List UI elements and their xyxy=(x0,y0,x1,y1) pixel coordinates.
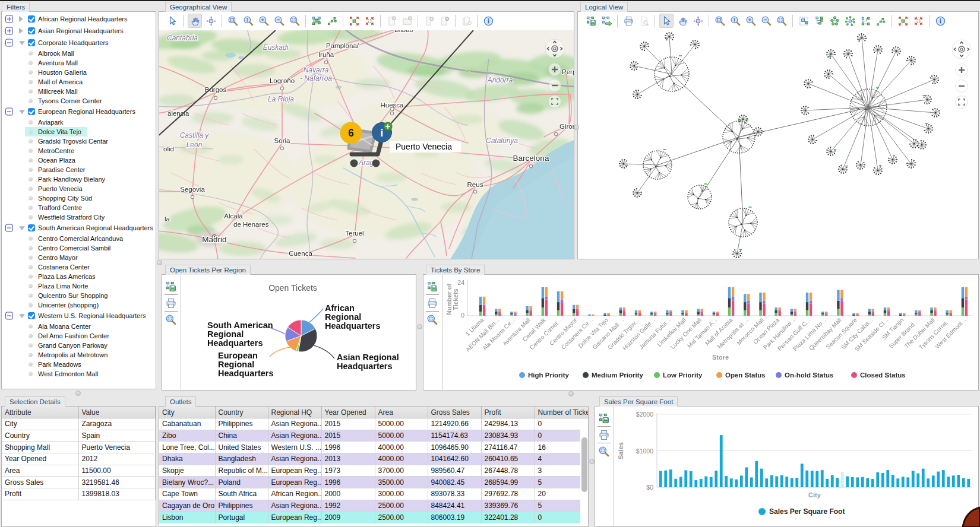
table-row[interactable]: Area11500.00 xyxy=(2,465,156,477)
tickets-bar-segment[interactable] xyxy=(619,313,622,316)
sales-bar[interactable] xyxy=(745,467,748,487)
tickets-bar-segment[interactable] xyxy=(744,302,746,310)
layout-organic-icon[interactable] xyxy=(828,14,841,27)
tickets-bar-segment[interactable] xyxy=(821,315,824,316)
table-row[interactable]: Shopping MallPuerto Venecia xyxy=(2,442,156,453)
tree-item-african-regional-headquarters[interactable]: African Regional Headquarters xyxy=(2,13,156,25)
tickets-bar-segment[interactable] xyxy=(962,307,964,316)
sales-bar[interactable] xyxy=(902,477,905,487)
tickets-bar-segment[interactable] xyxy=(899,315,902,316)
sales-bar[interactable] xyxy=(725,476,728,487)
tickets-bar-segment[interactable] xyxy=(654,312,656,313)
tickets-bar-segment[interactable] xyxy=(510,312,513,313)
tickets-bar-segment[interactable] xyxy=(728,307,731,316)
tickets-bar-segment[interactable] xyxy=(654,313,656,314)
zoom-in-button[interactable] xyxy=(956,64,968,77)
sales-bar[interactable] xyxy=(720,435,723,487)
tickets-bar-segment[interactable] xyxy=(576,305,578,309)
cursor-icon[interactable] xyxy=(166,14,179,27)
tickets-bar-segment[interactable] xyxy=(810,303,812,316)
tickets-bar-segment[interactable] xyxy=(946,313,949,314)
table-row[interactable]: Gross Sales3219581.46 xyxy=(2,477,156,488)
network-icon[interactable] xyxy=(310,14,323,27)
sales-bar[interactable] xyxy=(805,471,808,487)
tab-geographical-view[interactable]: Geographical View xyxy=(165,2,232,12)
table-row[interactable]: Profit1399818.03 xyxy=(2,488,156,500)
tickets-bar-segment[interactable] xyxy=(557,302,559,310)
splitter-handle[interactable] xyxy=(568,391,574,396)
tickets-bar-segment[interactable] xyxy=(514,313,516,314)
tickets-bar-segment[interactable] xyxy=(872,312,874,313)
tickets-bar-segment[interactable] xyxy=(763,303,765,316)
sales-bar[interactable] xyxy=(856,477,859,487)
zoom-fit2-icon[interactable] xyxy=(598,446,610,458)
collapse-toggle[interactable] xyxy=(5,39,13,47)
doc-plus-icon[interactable] xyxy=(422,14,435,27)
tickets-bar-segment[interactable] xyxy=(716,312,719,313)
doc-minus-icon[interactable] xyxy=(438,14,451,27)
tickets-bar-segment[interactable] xyxy=(774,310,777,313)
tickets-bar-segment[interactable] xyxy=(747,301,750,304)
tickets-bar-segment[interactable] xyxy=(681,315,684,316)
tree-item-park-handlowy-bielany[interactable]: Park Handlowy Bielany xyxy=(2,174,156,184)
tickets-bar-segment[interactable] xyxy=(495,312,497,315)
tickets-bar-segment[interactable] xyxy=(666,313,668,314)
tickets-bar-segment[interactable] xyxy=(884,313,886,316)
tree-item-metrocentre[interactable]: MetroCentre xyxy=(2,146,156,155)
tickets-bar-segment[interactable] xyxy=(884,310,886,313)
tickets-bar-segment[interactable] xyxy=(561,300,563,303)
tab-filters[interactable]: Filters xyxy=(2,2,30,12)
tickets-bar-segment[interactable] xyxy=(806,302,808,310)
sales-bar[interactable] xyxy=(780,475,783,487)
sales-bar[interactable] xyxy=(866,478,869,487)
tickets-bar-segment[interactable] xyxy=(681,310,684,313)
tickets-bar-segment[interactable] xyxy=(542,287,544,298)
tickets-bar-segment[interactable] xyxy=(557,291,559,302)
tickets-bar-segment[interactable] xyxy=(837,301,839,309)
tickets-bar-segment[interactable] xyxy=(763,293,765,301)
collapse-toggle[interactable] xyxy=(5,224,13,232)
tickets-bar-segment[interactable] xyxy=(495,315,497,316)
tickets-bar-segment[interactable] xyxy=(778,307,780,310)
sales-bar[interactable] xyxy=(735,480,738,487)
tickets-bar-segment[interactable] xyxy=(713,312,715,313)
sales-bar[interactable] xyxy=(896,478,899,487)
tree-item-unicenter-shopping-[interactable]: Unicenter (shopping) xyxy=(2,300,156,310)
sales-bar[interactable] xyxy=(659,471,662,487)
tickets-bar-segment[interactable] xyxy=(479,297,482,305)
tickets-bar-segment[interactable] xyxy=(545,297,548,300)
tickets-bar-segment[interactable] xyxy=(759,310,761,316)
tickets-bar-segment[interactable] xyxy=(868,309,871,312)
tickets-bar-segment[interactable] xyxy=(794,313,796,316)
tickets-bar-segment[interactable] xyxy=(701,309,703,312)
sales-bar[interactable] xyxy=(942,470,945,487)
sales-bar[interactable] xyxy=(846,477,849,487)
tickets-bar-segment[interactable] xyxy=(713,313,715,314)
tickets-bar-segment[interactable] xyxy=(510,313,513,314)
tickets-bar-segment[interactable] xyxy=(623,310,625,312)
graph-view[interactable] xyxy=(578,30,978,259)
tickets-bar-segment[interactable] xyxy=(545,287,548,297)
tree-checkbox[interactable] xyxy=(28,312,35,319)
tickets-bar-segment[interactable] xyxy=(666,310,668,313)
graph-save-icon[interactable] xyxy=(584,14,598,27)
tickets-bar-segment[interactable] xyxy=(529,312,532,316)
tickets-bar-segment[interactable] xyxy=(872,309,874,312)
tree-item-puerto-venecia[interactable]: Puerto Venecia xyxy=(2,184,156,193)
sales-bar[interactable] xyxy=(906,477,909,487)
tickets-bar-segment[interactable] xyxy=(744,310,746,316)
tickets-bar-segment[interactable] xyxy=(930,313,932,316)
tickets-bar-segment[interactable] xyxy=(573,309,575,313)
tree-item-ala-moana-center[interactable]: Ala Moana Center xyxy=(2,322,156,331)
hand-icon[interactable] xyxy=(676,14,689,27)
column-header[interactable]: City xyxy=(159,407,215,418)
tree-item-plaza-las-americas[interactable]: Plaza Las Americas xyxy=(2,272,156,281)
tickets-bar-segment[interactable] xyxy=(852,313,855,314)
tickets-bar-segment[interactable] xyxy=(542,298,544,307)
tree-item-western-u-s-regional-headquarters[interactable]: Western U.S. Regional Headquarters xyxy=(2,310,156,322)
print-icon[interactable] xyxy=(165,297,177,309)
tickets-bar-segment[interactable] xyxy=(728,287,731,298)
tickets-bar-segment[interactable] xyxy=(950,313,952,316)
expand-red-icon[interactable] xyxy=(347,14,361,27)
sales-bar[interactable] xyxy=(876,472,879,487)
